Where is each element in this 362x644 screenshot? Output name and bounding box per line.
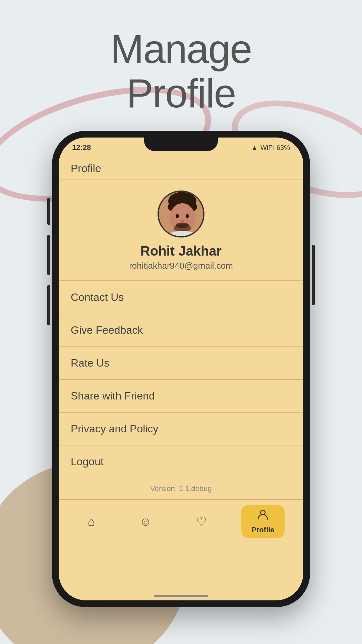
- profile-nav-label: Profile: [251, 526, 274, 534]
- avatar-image: [159, 192, 203, 236]
- nav-profile[interactable]: Profile: [241, 505, 284, 538]
- status-icons: ▲ WiFi 63%: [251, 144, 290, 152]
- app-header: Profile: [59, 158, 303, 180]
- menu-item-contact-us[interactable]: Contact Us: [59, 281, 303, 314]
- menu-item-give-feedback[interactable]: Give Feedback: [59, 314, 303, 347]
- signal-icon: ▲: [251, 144, 258, 152]
- favorites-icon: ♡: [196, 515, 207, 529]
- battery-icon: 63%: [277, 144, 290, 152]
- profile-section: Rohit Jakhar rohitjakhar940@gmail.com: [59, 180, 303, 281]
- nav-explore[interactable]: ☺: [129, 511, 162, 532]
- menu-item-share-with-friend[interactable]: Share with Friend: [59, 380, 303, 413]
- svg-point-4: [176, 214, 179, 218]
- svg-point-6: [180, 220, 184, 223]
- profile-icon: [257, 508, 269, 524]
- phone-volume-up: [47, 198, 50, 225]
- phone-power: [312, 245, 315, 305]
- menu-list: Contact Us Give Feedback Rate Us Share w…: [59, 281, 303, 478]
- page-title: Manage Profile: [0, 27, 362, 115]
- menu-item-logout[interactable]: Logout: [59, 445, 303, 478]
- phone-volume-down: [47, 235, 50, 275]
- nav-favorites[interactable]: ♡: [186, 511, 217, 532]
- avatar: [158, 191, 204, 237]
- app-header-title: Profile: [71, 162, 101, 174]
- wifi-icon: WiFi: [260, 144, 274, 152]
- user-email: rohitjakhar940@gmail.com: [129, 261, 233, 271]
- phone-frame: 12:28 ▲ WiFi 63% Profile: [52, 131, 310, 607]
- svg-point-5: [186, 214, 189, 218]
- bottom-nav: ⌂ ☺ ♡ Profile: [59, 499, 303, 543]
- menu-item-rate-us[interactable]: Rate Us: [59, 347, 303, 380]
- nav-home[interactable]: ⌂: [77, 511, 105, 532]
- menu-item-privacy-and-policy[interactable]: Privacy and Policy: [59, 413, 303, 445]
- notch: [144, 138, 218, 151]
- home-icon: ⌂: [87, 515, 95, 529]
- phone-silent: [47, 285, 50, 325]
- explore-icon: ☺: [139, 515, 152, 529]
- phone-screen: 12:28 ▲ WiFi 63% Profile: [59, 138, 303, 600]
- home-indicator: [154, 595, 208, 597]
- version-text: Version: 1.1.debug: [59, 478, 303, 499]
- status-time: 12:28: [72, 143, 91, 152]
- user-name: Rohit Jakhar: [140, 244, 222, 259]
